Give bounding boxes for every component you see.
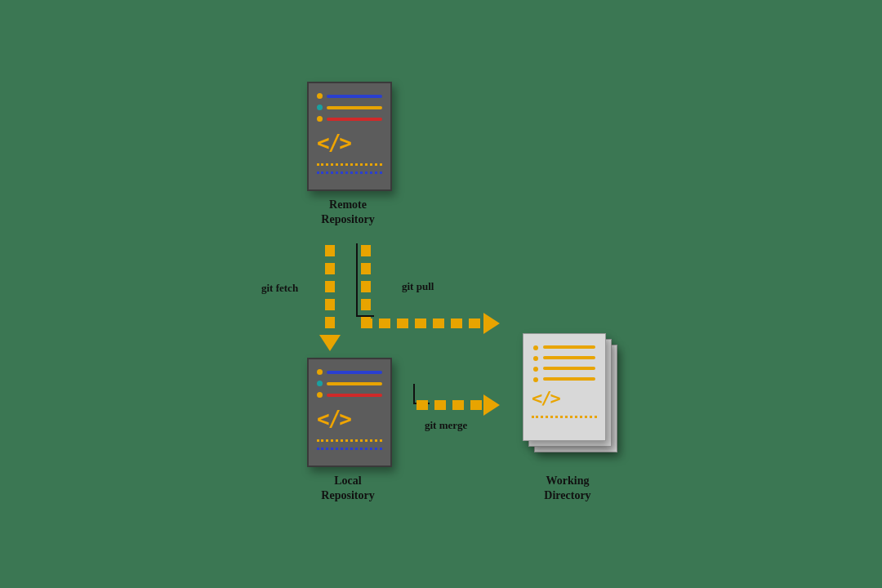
working-directory-label: Working Directory	[531, 474, 604, 502]
arrow-fetch-head	[319, 335, 341, 351]
diagram-stage: </> Remote Repository git fetch git pull…	[0, 0, 882, 588]
local-repo-label: Local Repository	[315, 474, 381, 502]
code-icon: </>	[317, 131, 350, 155]
arrow-pull-head	[483, 313, 500, 334]
arrow-pull-label: git pull	[402, 280, 434, 293]
arrow-pull-corner	[356, 243, 374, 317]
arrow-fetch-label: git fetch	[261, 282, 298, 295]
remote-repo-icon: </>	[307, 82, 392, 191]
remote-repo-label: Remote Repository	[315, 198, 381, 226]
arrow-merge	[416, 400, 483, 410]
arrow-merge-label: git merge	[425, 419, 467, 432]
local-repo-icon: </>	[307, 358, 392, 467]
arrow-fetch	[325, 245, 335, 335]
code-icon: </>	[532, 388, 559, 408]
code-icon: </>	[317, 407, 350, 431]
arrow-merge-head	[483, 394, 500, 416]
working-directory-icon: </>	[523, 333, 612, 448]
arrow-pull-h	[361, 318, 483, 328]
